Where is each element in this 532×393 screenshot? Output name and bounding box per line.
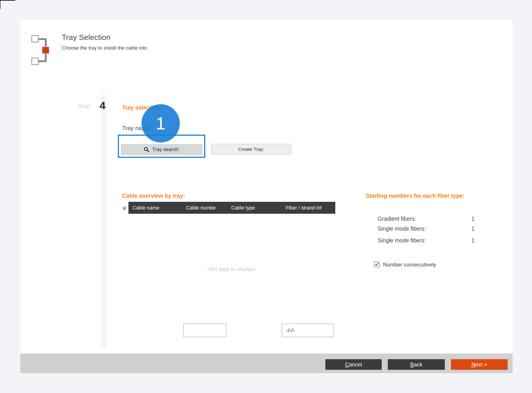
search-icon: [144, 147, 149, 152]
cable-overview-heading: Cable overview by tray:: [122, 192, 185, 199]
wizard-window: Tray Selection Choose the tray to instal…: [0, 0, 532, 393]
new-row-indicator-icon: ✱: [122, 205, 127, 212]
starting-numbers-heading: Starting numbers for each fiber type:: [366, 192, 465, 199]
fiber-row-value: 1: [471, 237, 474, 244]
step-label: Step: [63, 103, 90, 110]
tray-search-button[interactable]: Tray search:: [121, 144, 202, 155]
grid-filter-input-1[interactable]: [183, 324, 226, 337]
grid-empty-message: <No data to display>: [128, 266, 335, 272]
page-title: Tray Selection: [62, 33, 110, 42]
screen-edge-artifact-left: [0, 0, 0, 9]
tray-search-button-label: Tray search:: [152, 147, 179, 152]
step-number: 4: [97, 99, 109, 112]
grid-filter-input-2[interactable]: [282, 324, 334, 337]
fiber-row-gradient: Gradient fibers: 1: [378, 215, 474, 222]
fiber-row-value: 1: [471, 226, 474, 232]
wizard-card: Tray Selection Choose the tray to instal…: [20, 20, 513, 373]
fiber-row-label: Single mode fibers:: [378, 237, 426, 244]
page-subtitle: Choose the tray to install the cable int…: [62, 45, 147, 51]
grid-column-cable-number[interactable]: Cable numbe: [186, 202, 216, 214]
checkmark-icon: [374, 262, 379, 267]
grid-column-cable-type[interactable]: Cable type: [231, 202, 255, 214]
fiber-row-label: Single mode fibers:: [378, 226, 426, 232]
footer-button-bar: Cancel Back Next >: [20, 354, 513, 373]
annotation-step-badge: 1: [141, 104, 180, 142]
back-button[interactable]: Back: [388, 359, 445, 370]
next-button[interactable]: Next >: [451, 359, 508, 370]
create-tray-button-label: Create Tray:: [238, 147, 264, 152]
fiber-row-single-mode-1: Single mode fibers: 1: [378, 225, 474, 232]
number-consecutively-label: Number consecutively: [383, 261, 436, 268]
create-tray-button[interactable]: Create Tray:: [211, 144, 291, 154]
wizard-step-tree-icon: [31, 35, 52, 65]
annotation-step-badge-number: 1: [156, 113, 165, 134]
step-progress-bar: [101, 95, 107, 349]
screen-edge-artifact-top: [0, 0, 15, 1]
fiber-row-single-mode-2: Single mode fibers: 1: [378, 237, 474, 244]
fiber-row-value: 1: [471, 216, 474, 222]
grid-header-row: Cable name Cable numbe Cable type Fiber …: [128, 202, 335, 214]
cancel-button[interactable]: Cancel: [325, 359, 382, 370]
fiber-row-label: Gradient fibers:: [378, 216, 416, 222]
number-consecutively-checkbox[interactable]: [374, 261, 380, 267]
grid-column-cable-name[interactable]: Cable name: [132, 202, 159, 214]
grid-column-fiber-strand-info[interactable]: Fiber / strand inf: [286, 202, 322, 214]
